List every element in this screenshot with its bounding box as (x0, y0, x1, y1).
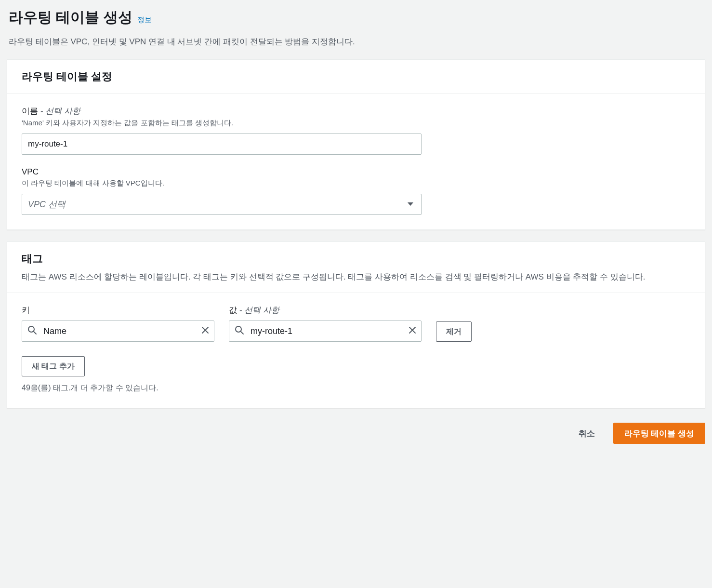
name-field-group: 이름 - 선택 사항 'Name' 키와 사용자가 지정하는 값을 포함하는 태… (22, 106, 690, 155)
vpc-select-placeholder: VPC 선택 (28, 199, 66, 210)
svg-line-1 (34, 332, 36, 334)
name-field-optional: - 선택 사항 (38, 107, 80, 116)
name-field-label: 이름 (22, 107, 38, 116)
tag-value-label: 값 (229, 306, 237, 315)
tags-panel: 태그 태그는 AWS 리소스에 할당하는 레이블입니다. 각 태그는 키와 선택… (7, 241, 705, 409)
tag-row: 키 값 - 선택 사항 (22, 305, 690, 342)
svg-point-4 (236, 326, 241, 332)
name-input[interactable] (22, 134, 422, 155)
tags-panel-description: 태그는 AWS 리소스에 할당하는 레이블입니다. 각 태그는 키와 선택적 값… (22, 271, 690, 283)
vpc-select[interactable]: VPC 선택 (22, 194, 422, 215)
footer-actions: 취소 라우팅 테이블 생성 (0, 408, 712, 453)
settings-panel-title: 라우팅 테이블 설정 (22, 69, 690, 84)
vpc-field-group: VPC 이 라우팅 테이블에 대해 사용할 VPC입니다. VPC 선택 (22, 167, 690, 215)
search-icon (27, 325, 37, 337)
tag-value-input[interactable] (229, 321, 422, 342)
vpc-field-help: 이 라우팅 테이블에 대해 사용할 VPC입니다. (22, 179, 690, 188)
cancel-button[interactable]: 취소 (568, 423, 606, 444)
remove-tag-button[interactable]: 제거 (436, 321, 472, 342)
tags-panel-title: 태그 (22, 252, 690, 266)
info-link[interactable]: 정보 (137, 15, 152, 24)
clear-icon[interactable] (201, 326, 210, 336)
page-description: 라우팅 테이블은 VPC, 인터넷 및 VPN 연결 내 서브넷 간에 패킷이 … (0, 36, 712, 48)
search-icon (235, 325, 244, 337)
tag-value-optional: - 선택 사항 (237, 306, 279, 315)
clear-icon[interactable] (408, 326, 417, 336)
svg-point-0 (28, 326, 34, 332)
page-title: 라우팅 테이블 생성 (9, 9, 132, 25)
tag-key-input[interactable] (22, 321, 214, 342)
add-tag-button[interactable]: 새 태그 추가 (22, 356, 85, 376)
settings-panel: 라우팅 테이블 설정 이름 - 선택 사항 'Name' 키와 사용자가 지정하… (7, 59, 705, 230)
create-route-table-button[interactable]: 라우팅 테이블 생성 (613, 423, 705, 444)
vpc-field-label: VPC (22, 167, 690, 177)
tag-limit-text: 49을(를) 태그.개 더 추가할 수 있습니다. (22, 383, 690, 393)
tag-key-label: 키 (22, 305, 214, 316)
svg-line-5 (241, 332, 243, 334)
name-field-help: 'Name' 키와 사용자가 지정하는 값을 포함하는 태그를 생성합니다. (22, 119, 690, 128)
